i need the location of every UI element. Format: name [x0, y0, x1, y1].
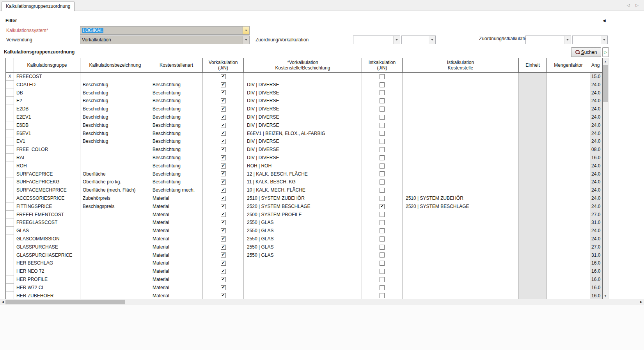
tab-scroll-arrows[interactable]: ◁ ▷: [627, 3, 641, 7]
vorkalkulation-checkbox[interactable]: [221, 196, 226, 201]
kalkulationsbezeichnung-cell[interactable]: Beschichtug: [80, 81, 150, 89]
istkalkulation-kostenstelle-cell[interactable]: [403, 113, 519, 121]
kalkulationsbezeichnung-cell[interactable]: [80, 235, 150, 243]
vorkalkulation-kostenstelle-cell[interactable]: 2520 | SYSTEM BESCHLÄGE: [244, 203, 362, 211]
kostenstellenart-cell[interactable]: Beschichtung: [150, 130, 203, 138]
horizontal-scrollbar[interactable]: ◀ ▶: [0, 299, 644, 305]
kostenstellenart-cell[interactable]: Beschichtung: [150, 113, 203, 121]
kalkulationsgruppe-cell[interactable]: ACCESSORIESPRICE: [14, 194, 80, 203]
kostenstellenart-cell[interactable]: Material: [150, 267, 203, 275]
scroll-down-icon[interactable]: ▼: [603, 293, 608, 299]
istkalkulation-checkbox[interactable]: [380, 74, 385, 79]
row-indicator-cell[interactable]: [6, 113, 14, 121]
kostenstellenart-cell[interactable]: Material: [150, 292, 203, 299]
kostenstellenart-cell[interactable]: [150, 73, 203, 81]
table-row[interactable]: E6EV1BeschichtugBeschichtungE6EV1 | BEIZ…: [6, 130, 602, 138]
vorkalkulation-checkbox[interactable]: [221, 245, 226, 250]
kalkulationsgruppe-cell[interactable]: COATED: [14, 81, 80, 89]
kalkulationsbezeichnung-cell[interactable]: Oberfläche pro kg.: [80, 178, 150, 186]
mengenfaktor-cell[interactable]: [547, 259, 590, 267]
zuordnung-vorkalkulation-dropdown-icon-2[interactable]: [429, 36, 435, 44]
kalkulationsbezeichnung-cell[interactable]: [80, 275, 150, 284]
zuordnung-vorkalkulation-combo-1[interactable]: [353, 36, 400, 44]
kalkulationsgruppe-cell[interactable]: FREEGLASSCOST: [14, 219, 80, 227]
table-row[interactable]: HER W72 CLMaterial16.0: [6, 284, 602, 292]
kalkulationsgruppe-cell[interactable]: E6EV1: [14, 130, 80, 138]
istkalkulation-kostenstelle-cell[interactable]: [403, 73, 519, 81]
table-row[interactable]: XFREECOST15.0: [6, 73, 602, 81]
table-row[interactable]: RALBeschichtungDIV | DIVERSE16.0: [6, 154, 602, 162]
vorkalkulation-checkbox[interactable]: [221, 171, 226, 176]
vorkalkulation-kostenstelle-cell[interactable]: 2550 | GLAS: [244, 243, 362, 251]
row-indicator-cell[interactable]: [6, 227, 14, 235]
table-row[interactable]: HER ZUBEHOERMaterial16.0: [6, 292, 602, 299]
vorkalkulation-checkbox[interactable]: [221, 212, 226, 217]
kostenstellenart-cell[interactable]: Beschichtung: [150, 178, 203, 186]
row-indicator-cell[interactable]: [6, 81, 14, 89]
vorkalkulation-checkbox[interactable]: [221, 188, 226, 193]
kostenstellenart-cell[interactable]: Beschichtung: [150, 97, 203, 105]
verwendung-dropdown-icon[interactable]: [243, 36, 249, 44]
istkalkulation-checkbox[interactable]: [380, 252, 385, 258]
kalkulationsbezeichnung-cell[interactable]: [80, 211, 150, 219]
kostenstellenart-cell[interactable]: Beschichtung: [150, 162, 203, 170]
kalkulationsgruppe-cell[interactable]: SURFACEPRICEKG: [14, 178, 80, 186]
kostenstellenart-cell[interactable]: Beschichtung mech.: [150, 186, 203, 194]
istkalkulation-checkbox[interactable]: [380, 123, 385, 128]
row-indicator-cell[interactable]: [6, 194, 14, 203]
row-indicator-cell[interactable]: [6, 186, 14, 194]
kalkulationsbezeichnung-cell[interactable]: [80, 73, 150, 81]
mengenfaktor-cell[interactable]: [547, 97, 590, 105]
kalkulationsgruppe-cell[interactable]: HER BESCHLAG: [14, 259, 80, 267]
header-kalkulationsgruppe[interactable]: Kalkulationsgruppe: [14, 58, 80, 72]
kostenstellenart-cell[interactable]: Material: [150, 219, 203, 227]
row-indicator-cell[interactable]: [6, 235, 14, 243]
kostenstellenart-cell[interactable]: Beschichtung: [150, 137, 203, 146]
row-indicator-cell[interactable]: [6, 292, 14, 299]
kostenstellenart-cell[interactable]: Beschichtung: [150, 89, 203, 97]
istkalkulation-checkbox[interactable]: [380, 285, 385, 290]
vorkalkulation-kostenstelle-cell[interactable]: DIV | DIVERSE: [244, 113, 362, 121]
kostenstellenart-cell[interactable]: Beschichtung: [150, 121, 203, 130]
kalkulationsbezeichnung-cell[interactable]: Oberfläche: [80, 170, 150, 178]
table-row[interactable]: FREEELEMENTCOSTMaterial2500 | SYSTEM PRO…: [6, 211, 602, 219]
mengenfaktor-cell[interactable]: [547, 146, 590, 154]
vorkalkulation-kostenstelle-cell[interactable]: 2550 | GLAS: [244, 251, 362, 259]
mengenfaktor-cell[interactable]: [547, 105, 590, 113]
vorkalkulation-checkbox[interactable]: [221, 204, 226, 209]
vorkalkulation-kostenstelle-cell[interactable]: E6EV1 | BEIZEN, ELOX., AL-FARBIG: [244, 130, 362, 138]
kalkulationsbezeichnung-cell[interactable]: [80, 251, 150, 259]
istkalkulation-checkbox[interactable]: [380, 131, 385, 136]
kostenstellenart-cell[interactable]: Beschichtung: [150, 154, 203, 162]
kostenstellenart-cell[interactable]: Material: [150, 284, 203, 292]
kalkulationssystem-dropdown-icon[interactable]: [243, 27, 249, 34]
row-indicator-cell[interactable]: [6, 146, 14, 154]
header-vorkalkulation-kostenstelle[interactable]: *VorkalkulationKostenstelle/Beschichtung: [244, 58, 362, 72]
mengenfaktor-cell[interactable]: [547, 203, 590, 211]
header-mengenfaktor[interactable]: Mengenfaktor: [547, 58, 590, 72]
table-row[interactable]: SURFACEPRICEKGOberfläche pro kg.Beschich…: [6, 178, 602, 186]
mengenfaktor-cell[interactable]: [547, 219, 590, 227]
istkalkulation-checkbox[interactable]: [380, 277, 385, 282]
istkalkulation-checkbox[interactable]: [380, 236, 385, 242]
istkalkulation-checkbox[interactable]: [380, 163, 385, 169]
table-row[interactable]: ROHBeschichtungROH | ROH24.0: [6, 162, 602, 170]
vorkalkulation-checkbox[interactable]: [221, 90, 226, 95]
vertical-scrollbar[interactable]: ▲ ▼: [603, 58, 609, 299]
kalkulationsbezeichnung-cell[interactable]: [80, 292, 150, 299]
vorkalkulation-checkbox[interactable]: [221, 285, 226, 290]
row-indicator-cell[interactable]: [6, 154, 14, 162]
row-indicator-cell[interactable]: [6, 211, 14, 219]
kalkulationsbezeichnung-cell[interactable]: Beschichtug: [80, 89, 150, 97]
kostenstellenart-cell[interactable]: Material: [150, 243, 203, 251]
istkalkulation-checkbox[interactable]: [380, 139, 385, 144]
kalkulationsgruppe-cell[interactable]: FREEELEMENTCOST: [14, 211, 80, 219]
row-indicator-cell[interactable]: [6, 178, 14, 186]
istkalkulation-checkbox[interactable]: [380, 107, 385, 112]
kostenstellenart-cell[interactable]: Material: [150, 203, 203, 211]
vorkalkulation-checkbox[interactable]: [221, 155, 226, 160]
row-indicator-cell[interactable]: [6, 259, 14, 267]
istkalkulation-checkbox[interactable]: [380, 171, 385, 176]
kostenstellenart-cell[interactable]: Material: [150, 235, 203, 243]
tab-kalkulationsgruppenzuordnung[interactable]: Kalkulationsgruppenzuordnung: [2, 2, 75, 11]
